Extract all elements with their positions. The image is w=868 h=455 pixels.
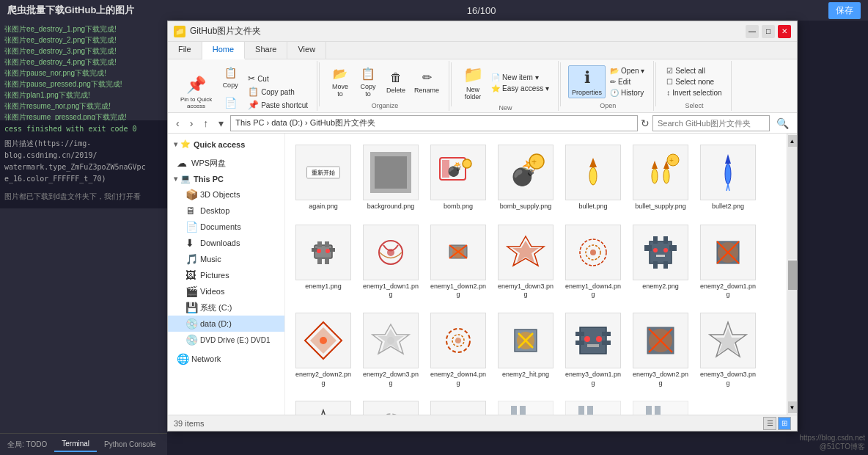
copy-path-button[interactable]: 📋 Copy path: [245, 86, 311, 98]
file-item[interactable]: enemy2.png: [628, 219, 693, 305]
file-name: enemy1_down4.png: [564, 283, 622, 299]
file-item[interactable]: background.png: [358, 139, 423, 216]
refresh-button[interactable]: ↻: [641, 117, 650, 129]
sidebar-header-this-pc[interactable]: ▾ 💻 This PC: [168, 171, 284, 186]
again-button[interactable]: 重新开始: [306, 167, 340, 179]
file-item[interactable]: enemy3_down5.png: [358, 396, 423, 415]
file-item[interactable]: enemy3_down4.png: [291, 396, 356, 415]
svg-rect-22: [317, 241, 322, 247]
sidebar-item-desktop[interactable]: 🖥 Desktop: [168, 203, 284, 219]
grid-view-button[interactable]: ⊞: [778, 417, 791, 430]
file-item[interactable]: + bullet_supply.png: [628, 139, 693, 216]
paste-shortcut-button[interactable]: 📌 Paste shortcut: [245, 99, 311, 111]
sidebar-item-system-c[interactable]: 💾 系统 (C:): [168, 299, 284, 316]
sidebar-item-data-d[interactable]: 💿 data (D:): [168, 316, 284, 332]
file-item[interactable]: [561, 396, 625, 415]
up-button[interactable]: ↑: [199, 115, 212, 131]
file-item[interactable]: [493, 396, 558, 415]
cut-button[interactable]: ✂ Cut: [245, 73, 311, 84]
svg-rect-27: [325, 258, 329, 264]
sidebar-item-3d-objects[interactable]: 📦 3D Objects: [168, 186, 284, 203]
forward-button[interactable]: ›: [186, 115, 197, 131]
tab-terminal[interactable]: Terminal: [54, 437, 97, 452]
copy-button[interactable]: 📋 Copy: [217, 62, 243, 91]
console-detail: watermark.type_ZmFuZ3poZW5naGVpc: [4, 161, 163, 173]
copy-label: Copy: [223, 81, 238, 89]
sidebar-item-dvd[interactable]: 💿 DVD Drive (E:) DVD1: [168, 332, 284, 348]
rename-button[interactable]: ✏ Rename: [411, 68, 443, 96]
select-all-button[interactable]: ☑ Select all: [663, 66, 724, 76]
file-item[interactable]: enemy1_down3.png: [493, 219, 558, 305]
file-item[interactable]: enemy2_hit.png: [493, 307, 558, 393]
file-item[interactable]: enemy3_down2.png: [628, 307, 693, 393]
save-button[interactable]: 保存: [828, 2, 861, 19]
file-item[interactable]: enemy2_down3.png: [358, 307, 423, 393]
back-button[interactable]: ‹: [172, 115, 183, 131]
sidebar-item-downloads[interactable]: ⬇ Downloads: [168, 235, 284, 251]
file-item[interactable]: [628, 396, 693, 415]
scrollbar[interactable]: ▲ ▼: [787, 134, 797, 415]
move-to-button[interactable]: 📂 Moveto: [327, 64, 353, 100]
file-item[interactable]: enemy2_down1.png: [696, 219, 760, 305]
ribbon-tab-share[interactable]: Share: [245, 42, 287, 59]
minimize-button[interactable]: —: [746, 25, 759, 38]
scroll-down-button[interactable]: ▼: [788, 401, 797, 413]
svg-marker-12: [652, 161, 658, 169]
address-input[interactable]: [230, 115, 638, 131]
select-none-button[interactable]: ☐ Select none: [663, 77, 724, 87]
sidebar-item-pictures[interactable]: 🖼 Pictures: [168, 267, 284, 283]
window-title: GitHub图片文件夹: [190, 25, 261, 37]
file-item[interactable]: 💣 + bomb_supply.png: [493, 139, 558, 216]
easy-access-button[interactable]: ⭐ Easy access ▾: [488, 84, 552, 93]
ribbon-tab-file[interactable]: File: [168, 42, 202, 59]
maximize-button[interactable]: □: [762, 25, 775, 38]
file-item[interactable]: enemy2_down4.png: [426, 307, 490, 393]
invert-selection-button[interactable]: ↕ Invert selection: [663, 88, 724, 98]
file-item[interactable]: bullet2.png: [696, 139, 760, 216]
file-thumbnail: 💣 +: [498, 145, 553, 200]
list-view-button[interactable]: ☰: [763, 417, 776, 430]
sidebar-item-network[interactable]: 🌐 Network: [168, 351, 284, 367]
tab-todo[interactable]: 全局: TODO: [0, 437, 54, 453]
sidebar-header-quick-access[interactable]: ▾ ⭐ Quick access: [168, 136, 284, 152]
file-item[interactable]: enemy3_down1.png: [561, 307, 625, 393]
search-input[interactable]: [652, 115, 770, 131]
sidebar-item-wps[interactable]: ☁ WPS网盘: [168, 155, 284, 171]
tab-python-console[interactable]: Python Console: [97, 437, 163, 451]
close-button[interactable]: ✕: [778, 25, 791, 38]
sidebar-section-this-pc: ▾ 💻 This PC 📦 3D Objects 🖥 Desktop 📄: [168, 171, 284, 348]
ribbon-tab-view[interactable]: View: [287, 42, 326, 59]
file-item[interactable]: enemy1_down2.png: [426, 219, 490, 305]
scroll-thumb[interactable]: [788, 261, 797, 290]
pin-to-quick-access-button[interactable]: 📌 Pin to Quickaccess: [177, 73, 216, 112]
ribbon-tab-home[interactable]: Home: [202, 42, 245, 59]
recent-button[interactable]: ▾: [215, 115, 227, 131]
search-button[interactable]: 🔍: [773, 115, 792, 131]
history-button[interactable]: 🕐 History: [607, 88, 647, 98]
file-item[interactable]: enemy3_down3.png: [696, 307, 760, 393]
new-item-button[interactable]: 📄 New item ▾: [488, 73, 552, 82]
pictures-label: Pictures: [200, 271, 229, 280]
file-item[interactable]: bullet.png: [561, 139, 625, 216]
new-folder-button[interactable]: 📁 Newfolder: [459, 62, 487, 103]
file-item[interactable]: enemy1_down4.png: [561, 219, 625, 305]
file-item[interactable]: enemy1.png: [291, 219, 356, 305]
file-item[interactable]: 重新开始 again.png: [291, 139, 356, 216]
file-item[interactable]: enemy3_down6.png: [426, 396, 490, 415]
log-entry: 张图片ee_destroy_2.png下载完成!: [4, 34, 163, 46]
file-item[interactable]: enemy2_down2.png: [291, 307, 356, 393]
scroll-up-button[interactable]: ▲: [788, 135, 797, 147]
console-detail2: e_16.color_FFFFFF_t_70): [4, 173, 163, 185]
file-item[interactable]: enemy1_down1.png: [358, 219, 423, 305]
sidebar-item-videos[interactable]: 🎬 Videos: [168, 283, 284, 299]
sidebar-item-documents[interactable]: 📄 Documents: [168, 219, 284, 235]
open-button[interactable]: 📂 Open ▾: [607, 66, 647, 76]
properties-button[interactable]: ℹ Properties: [568, 65, 606, 98]
file-thumbnail: [565, 401, 621, 415]
edit-button[interactable]: ✏ Edit: [607, 77, 647, 87]
delete-button[interactable]: 🗑 Delete: [383, 68, 409, 96]
sidebar-item-music[interactable]: 🎵 Music: [168, 251, 284, 267]
copy-to-button[interactable]: 📋 Copyto: [355, 64, 381, 100]
file-item[interactable]: 💣 bomb.png: [426, 139, 490, 216]
svg-point-17: [725, 164, 731, 184]
